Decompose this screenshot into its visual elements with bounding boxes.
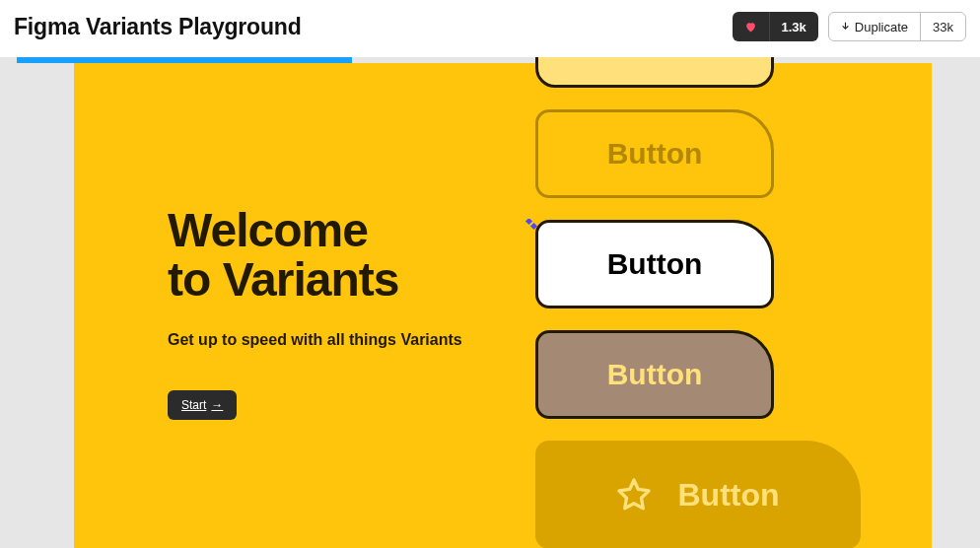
slide-subheading: Get up to speed with all things Variants	[168, 331, 462, 349]
button-variant-filled-light[interactable]: Button	[535, 57, 774, 88]
start-button[interactable]: Start →	[168, 390, 237, 420]
download-icon	[841, 22, 850, 32]
duplicate-pill[interactable]: Duplicate 33k	[828, 12, 966, 41]
start-label: Start	[181, 398, 206, 412]
svg-rect-0	[525, 219, 532, 225]
button-variant-white-selected[interactable]: Button	[535, 220, 774, 308]
button-variant-olive-star[interactable]: Button	[535, 441, 861, 548]
duplicate-label: Duplicate	[855, 20, 908, 34]
svg-rect-1	[530, 223, 537, 230]
header-actions: 1.3k Duplicate 33k	[733, 12, 966, 41]
header-bar: Figma Variants Playground 1.3k Duplicate…	[0, 0, 980, 57]
button-label: Button	[607, 247, 703, 281]
button-variants-stack: Button Button Button Button	[535, 57, 861, 548]
preview-canvas: Welcome to Variants Get up to speed with…	[0, 57, 980, 548]
duplicate-count[interactable]: 33k	[920, 13, 965, 40]
button-label: Button	[607, 358, 703, 391]
button-variant-outline[interactable]: Button	[535, 109, 774, 198]
likes-count[interactable]: 1.3k	[769, 12, 818, 41]
likes-pill[interactable]: 1.3k	[733, 12, 818, 41]
like-button[interactable]	[733, 12, 769, 41]
button-label: Button	[677, 477, 779, 514]
button-variant-brown[interactable]: Button	[535, 330, 774, 419]
duplicate-button[interactable]: Duplicate	[829, 13, 920, 40]
button-label: Button	[607, 137, 703, 171]
page-title: Figma Variants Playground	[14, 14, 302, 40]
slide-heading-line2: to Variants	[168, 253, 398, 306]
variants-slide: Welcome to Variants Get up to speed with…	[74, 63, 932, 548]
star-icon	[616, 477, 652, 513]
slide-heading: Welcome to Variants	[168, 206, 462, 306]
heart-icon	[744, 21, 757, 34]
slide-copy: Welcome to Variants Get up to speed with…	[168, 206, 462, 420]
component-badge-icon	[524, 208, 539, 224]
arrow-right-icon: →	[211, 398, 223, 412]
button-label: Button	[607, 57, 703, 60]
slide-heading-line1: Welcome	[168, 204, 368, 256]
